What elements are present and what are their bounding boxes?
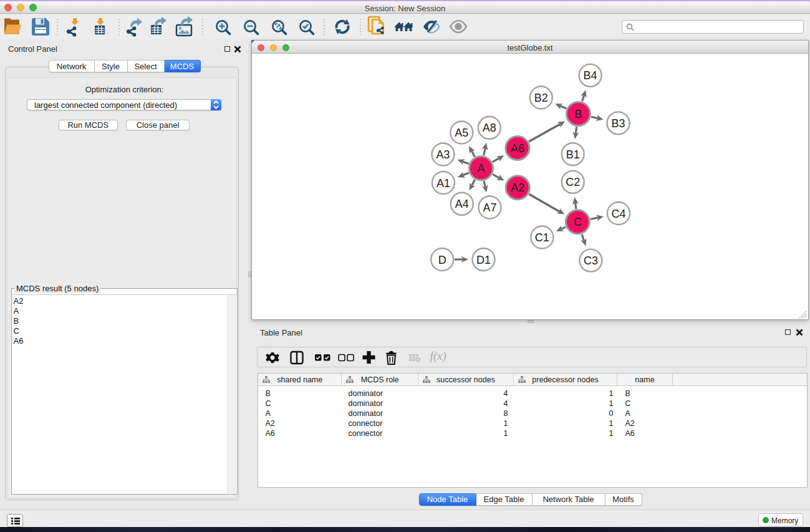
svg-text:B4: B4: [584, 69, 597, 82]
svg-text:A2: A2: [511, 181, 524, 194]
svg-text:B2: B2: [534, 92, 548, 104]
svg-text:D: D: [438, 254, 446, 266]
svg-text:C4: C4: [611, 208, 625, 220]
svg-text:C: C: [574, 216, 582, 228]
svg-text:A4: A4: [455, 198, 469, 210]
svg-text:A5: A5: [455, 127, 468, 139]
svg-text:A7: A7: [483, 201, 496, 214]
svg-text:A6: A6: [511, 142, 524, 155]
svg-text:A8: A8: [483, 122, 496, 134]
svg-text:B: B: [574, 108, 582, 120]
svg-text:C1: C1: [535, 231, 549, 244]
svg-text:C2: C2: [566, 176, 580, 188]
svg-text:D1: D1: [476, 254, 491, 266]
svg-text:A1: A1: [436, 177, 450, 190]
svg-text:A3: A3: [436, 148, 450, 161]
svg-text:C3: C3: [584, 254, 598, 267]
svg-text:B1: B1: [566, 148, 580, 161]
svg-text:B3: B3: [611, 117, 625, 130]
svg-text:A: A: [477, 162, 485, 175]
